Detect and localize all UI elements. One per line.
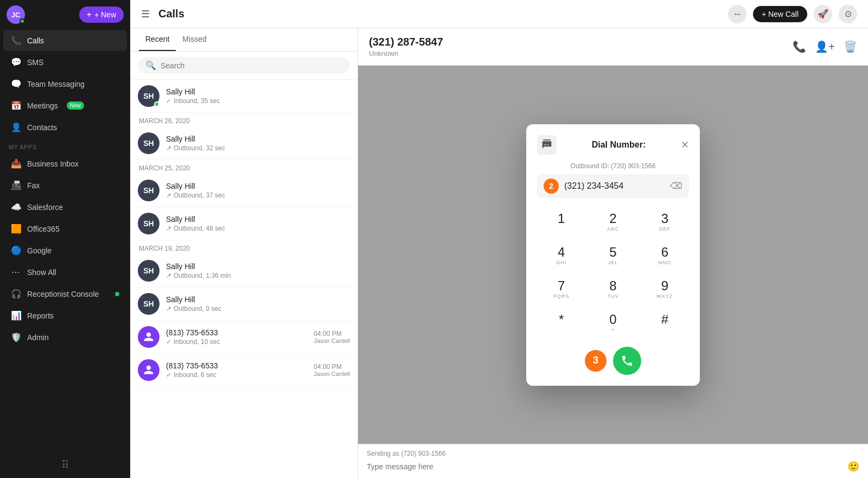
grid-icon[interactable]: ⠿ [61,458,69,471]
page-title: Calls [158,8,722,20]
call-info: Sally Hill ↗ Outbound, 1:36 min [166,262,350,279]
sidebar-item-fax[interactable]: 📠 Fax [3,175,127,196]
tab-recent[interactable]: Recent [139,28,176,51]
dial-key-0[interactable]: 0 + [589,308,637,338]
admin-icon: 🛡️ [11,332,21,342]
sidebar-item-business-inbox[interactable]: 📥 Business Inbox [3,153,127,174]
sidebar-footer: ⠿ [0,452,130,478]
delete-btn[interactable]: 🗑️ [844,40,857,53]
date-divider: MARCH 26, 2020 [130,113,358,127]
list-item[interactable]: SH Sally Hill ↗ Outbound, 1:36 min [130,254,358,288]
list-item[interactable]: (813) 735-6533 ✓ Inbound, 10 sec 04:00 P… [130,321,358,354]
outbound-icon: ↗ [166,144,171,152]
contacts-icon: 👤 [11,122,21,132]
sidebar-item-office365[interactable]: 🟧 Office365 [3,218,127,239]
sidebar: JC + + New 📞 Calls 💬 SMS 🗨️ Team Messagi… [0,0,130,478]
sidebar-item-meetings[interactable]: 📅 Meetings New [3,95,127,116]
dial-call-button[interactable] [613,347,641,375]
message-area: Sending as (720) 903-1566 🙂 [358,444,868,478]
list-item[interactable]: SH Sally Hill ↗ Outbound, 37 sec [130,174,358,207]
detail-header: (321) 287-5847 Unknown 📞 👤+ 🗑️ [358,28,868,66]
dial-key-hash[interactable]: # [641,308,689,338]
new-call-button[interactable]: + New Call [753,6,807,22]
call-action-btn[interactable]: 📞 [793,40,806,53]
call-info: Sally Hill ↗ Outbound, 0 sec [166,295,350,313]
list-item[interactable]: SH Sally Hill ↗ Outbound, 0 sec [130,288,358,321]
step-2-badge: 2 [544,179,559,194]
dial-modal-title: Dial Number: [592,140,646,150]
detail-panel: (321) 287-5847 Unknown 📞 👤+ 🗑️ [358,28,868,478]
dial-key-7[interactable]: 7 PQRS [537,274,585,304]
dial-key-9[interactable]: 9 WXYZ [641,274,689,304]
dial-key-2[interactable]: 2 ABC [589,207,637,237]
receptionist-icon: 🎧 [11,289,21,299]
phone-icon: 📞 [11,35,21,46]
fax-icon: 📠 [11,180,21,190]
number-display: (321) 234-3454 [564,181,665,191]
outbound-id: Outbound ID: (720) 903-1566 [537,162,689,170]
transfer-icon-btn[interactable]: ↔ [728,5,746,23]
main-area: ☰ Calls ↔ + New Call 🚀 ⊙ Recent Missed 🔍 [130,0,868,478]
avatar [138,326,159,348]
detail-body: Dial Number: ✕ Outbound ID: (720) 903-15… [358,66,868,444]
outbound-icon: ↗ [166,272,171,279]
menu-icon[interactable]: ☰ [141,8,150,20]
add-contact-btn[interactable]: 👤+ [815,40,835,53]
tab-missed[interactable]: Missed [176,28,213,51]
detail-label: Unknown [369,49,443,58]
sidebar-item-calls[interactable]: 📞 Calls [3,30,127,51]
detail-actions: 📞 👤+ 🗑️ [793,40,857,53]
call-list-panel: Recent Missed 🔍 SH Sally Hill [130,28,358,478]
search-icon: 🔍 [145,60,156,71]
call-info: Sally Hill ✓ Inbound, 35 sec [166,87,350,105]
list-item[interactable]: (813) 735-6533 ✓ Inbound, 6 sec 04:00 PM… [130,354,358,387]
new-badge: New [67,101,84,110]
rocket-icon-btn[interactable]: 🚀 [814,5,832,23]
dial-key-3[interactable]: 3 DEF [641,207,689,237]
sidebar-item-reports[interactable]: 📊 Reports [3,305,127,326]
sidebar-item-admin[interactable]: 🛡️ Admin [3,327,127,348]
content-area: Recent Missed 🔍 SH Sally Hill [130,28,868,478]
number-input-row: 2 (321) 234-3454 ⌫ [537,174,689,198]
sidebar-item-team-messaging[interactable]: 🗨️ Team Messaging [3,73,127,94]
message-input[interactable] [367,462,842,471]
call-info: (813) 735-6533 ✓ Inbound, 6 sec [166,361,307,379]
emoji-icon[interactable]: 🙂 [847,461,859,473]
backspace-button[interactable]: ⌫ [670,181,682,191]
outbound-icon: ↗ [166,305,171,313]
dial-key-star[interactable]: * [537,308,585,338]
dial-key-4[interactable]: 4 GHI [537,240,585,271]
inbound-icon: ✓ [166,371,171,379]
dialpad: 1 2 ABC 3 DEF [537,207,689,338]
list-item[interactable]: SH Sally Hill ✓ Inbound, 35 sec [130,80,358,113]
inbound-icon: ✓ [166,338,171,346]
online-dot [154,101,159,107]
avatar: SH [138,293,159,315]
sidebar-item-sms[interactable]: 💬 SMS [3,52,127,73]
sidebar-item-show-all[interactable]: ⋯ Show All [3,262,127,283]
dial-key-6[interactable]: 6 MNO [641,240,689,271]
status-dot [20,18,25,24]
user-menu-btn[interactable]: ⊙ [839,5,857,23]
sidebar-item-receptionist-console[interactable]: 🎧 Receptionist Console [3,283,127,304]
avatar: SH [138,180,159,201]
avatar: SH [138,132,159,154]
sidebar-item-contacts[interactable]: 👤 Contacts [3,117,127,138]
search-input[interactable] [161,61,342,70]
call-info: Sally Hill ↗ Outbound, 37 sec [166,182,350,199]
message-input-wrap: 🙂 [367,461,859,473]
dial-key-1[interactable]: 1 [537,207,585,237]
list-item[interactable]: SH Sally Hill ↗ Outbound, 32 sec [130,127,358,160]
dial-modal-header: Dial Number: ✕ [537,135,689,155]
topbar-actions: ↔ + New Call 🚀 ⊙ [728,5,857,23]
sidebar-item-salesforce[interactable]: ☁️ Salesforce [3,196,127,218]
dial-footer: 3 [537,347,689,375]
close-modal-button[interactable]: ✕ [681,139,689,151]
avatar: SH [138,260,159,282]
dial-key-5[interactable]: 5 JKL [589,240,637,271]
list-item[interactable]: SH Sally Hill ↗ Outbound, 48 sec [130,207,358,240]
sidebar-item-google[interactable]: 🔵 Google [3,240,127,261]
sending-as: Sending as (720) 903-1566 [367,450,859,457]
dial-key-8[interactable]: 8 TUV [589,274,637,304]
new-button[interactable]: + + New [79,7,124,23]
